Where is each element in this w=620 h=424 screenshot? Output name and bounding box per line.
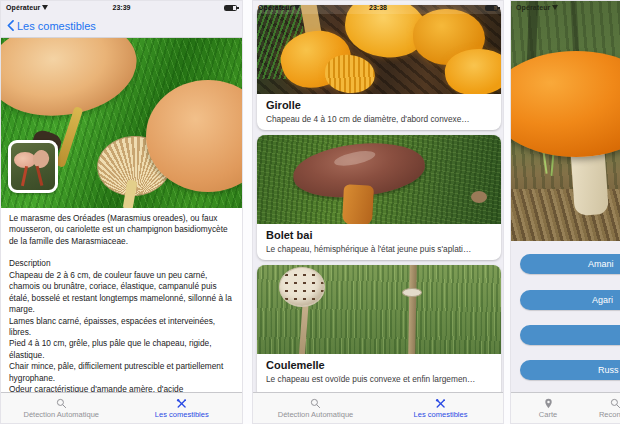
tab-label: Carte — [539, 410, 557, 419]
mushroom-cap — [471, 191, 487, 203]
tab-label: Détection Automatique — [278, 410, 353, 419]
thumb-mushroom-stem — [36, 166, 43, 186]
search-icon — [56, 398, 67, 409]
search-icon — [310, 398, 321, 409]
app-store-screenshots: Opérateur 23:39 Les comestibles — [0, 0, 620, 424]
camera-screen: Opérateur Amani Agari Russ Carte — [510, 0, 620, 424]
tab-les-comestibles[interactable]: Les comestibles — [122, 393, 243, 423]
map-pin-icon — [543, 398, 554, 409]
mushroom-ring — [402, 288, 422, 297]
mushroom-cap — [511, 51, 620, 157]
thumb-mushroom-cap — [31, 148, 51, 170]
tab-bar: Détection Automatique Les comestibles — [253, 392, 503, 423]
bolet-bai-photo — [257, 135, 501, 224]
card-description: Chapeau de 4 à 10 cm de diamètre, d'abor… — [266, 114, 492, 124]
description-chair: Chair mince, pâle, difficilement putresc… — [9, 361, 234, 384]
crossed-cutlery-icon — [176, 398, 187, 409]
tab-bar: Détection Automatique Les comestibles — [1, 392, 242, 423]
tab-bar: Carte Reconnaî — [511, 392, 620, 423]
description-lames: Lames blanc carné, épaisses, espacées et… — [9, 316, 234, 339]
status-bar: Opérateur 23:38 — [253, 1, 503, 14]
wifi-icon — [552, 5, 558, 10]
category-button-label: Amani — [588, 259, 614, 269]
tab-detection-automatique[interactable]: Détection Automatique — [253, 393, 378, 423]
card-title: Girolle — [266, 99, 492, 111]
mushroom-cap — [279, 267, 325, 307]
carrier-label: Opérateur — [516, 4, 558, 11]
coulemelle-photo — [257, 265, 501, 354]
card-title: Bolet bai — [266, 229, 492, 241]
tab-detection-automatique[interactable]: Détection Automatique — [1, 393, 122, 423]
card-description: Le chapeau, hémisphérique à l'état jeune… — [266, 244, 492, 254]
tab-label: Détection Automatique — [24, 410, 99, 419]
category-button-russules[interactable]: Russ — [520, 360, 620, 380]
tab-label: Reconnaî — [599, 410, 620, 419]
status-clock: 23:39 — [1, 4, 242, 11]
tab-les-comestibles[interactable]: Les comestibles — [378, 393, 503, 423]
back-button-label: Les comestibles — [17, 20, 96, 32]
crossed-cutlery-icon — [435, 398, 446, 409]
description-heading: Description — [9, 258, 234, 269]
species-intro: Le marasme des Oréades (Marasmius oreade… — [9, 213, 234, 247]
card-bolet-bai[interactable]: Bolet bai Le chapeau, hémisphérique à l'… — [257, 135, 501, 260]
status-bar: Opérateur 23:39 — [1, 1, 242, 14]
back-button[interactable]: Les comestibles — [7, 20, 96, 32]
category-button-3[interactable] — [520, 325, 620, 345]
card-description: Le chapeau est ovoïde puis convexe et en… — [266, 374, 492, 384]
list-screen: Girolle Chapeau de 4 à 10 cm de diamètre… — [252, 0, 504, 424]
description-pied: Pied 4 à 10 cm, grêle, plus pâle que le … — [9, 338, 234, 361]
battery-icon — [485, 5, 498, 11]
category-button-amanites[interactable]: Amani — [520, 254, 620, 274]
marasmius-photo — [1, 38, 242, 208]
card-coulemelle[interactable]: Coulemelle Le chapeau est ovoïde puis co… — [257, 265, 501, 399]
search-icon — [610, 398, 620, 409]
mushroom-gills — [324, 53, 377, 94]
back-chevron-icon — [7, 20, 14, 31]
camera-viewfinder-photo: Opérateur — [511, 1, 620, 241]
status-bar: Opérateur — [511, 1, 620, 14]
tab-label: Les comestibles — [155, 410, 209, 419]
battery-icon — [224, 5, 237, 11]
card-title: Coulemelle — [266, 359, 492, 371]
mushroom-stem — [408, 265, 417, 354]
description-chapeau: Chapeau de 2 à 6 cm, de couleur fauve un… — [9, 270, 234, 316]
photo-thumbnail[interactable] — [8, 140, 58, 193]
species-description: Le marasme des Oréades (Marasmius oreade… — [1, 208, 242, 396]
card-girolle[interactable]: Girolle Chapeau de 4 à 10 cm de diamètre… — [257, 5, 501, 130]
tab-label: Les comestibles — [414, 410, 468, 419]
thumb-mushroom-stem — [21, 166, 28, 186]
tab-carte[interactable]: Carte — [523, 393, 573, 424]
status-clock: 23:38 — [253, 4, 503, 11]
category-button-agarics[interactable]: Agari — [520, 290, 620, 310]
detail-screen: Opérateur 23:39 Les comestibles — [0, 0, 243, 424]
mushroom-stem — [342, 184, 374, 224]
category-button-label: Russ — [598, 365, 619, 375]
tab-reconnaitre[interactable]: Reconnaî — [577, 393, 620, 424]
girolle-photo — [257, 5, 501, 94]
category-button-label: Agari — [592, 295, 613, 305]
nav-bar: Les comestibles — [1, 14, 242, 38]
